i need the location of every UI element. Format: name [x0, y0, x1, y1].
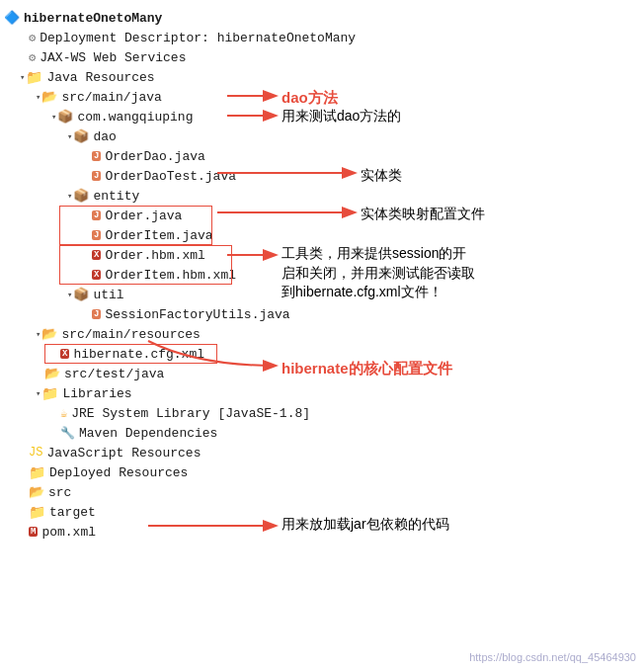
tree-item-util[interactable]: ▾📦util — [0, 285, 644, 304]
tree-item-deployment[interactable]: ⚙Deployment Descriptor: hibernateOnetoMa… — [0, 28, 644, 47]
tree-item-OrderDao[interactable]: JOrderDao.java — [0, 146, 644, 166]
tree-item-maven[interactable]: 🔧Maven Dependencies — [0, 423, 644, 443]
tree-item-src-main-java[interactable]: ▾📂src/main/java — [0, 87, 644, 107]
tree-item-SessionFactory[interactable]: JSessionFactoryUtils.java — [0, 304, 644, 324]
tree-item-deployed[interactable]: 📁Deployed Resources — [0, 462, 644, 482]
tree-item-src[interactable]: 📂src — [0, 482, 644, 502]
tree-item-jre[interactable]: ☕JRE System Library [JavaSE-1.8] — [0, 403, 644, 423]
tree-item-jaxws[interactable]: ⚙JAX-WS Web Services — [0, 47, 644, 67]
tree-item-com-wangqiuping[interactable]: ▾📦com.wangqiuping — [0, 107, 644, 126]
watermark: https://blog.csdn.net/qq_45464930 — [469, 651, 636, 663]
tree-item-OrderDaoTest[interactable]: JOrderDaoTest.java — [0, 166, 644, 186]
tree-item-dao[interactable]: ▾📦dao — [0, 126, 644, 146]
tree-item-root[interactable]: 🔷hibernateOnetoMany — [0, 8, 644, 28]
tree-item-OrderItem-hbm[interactable]: XOrderItem.hbm.xml — [0, 265, 644, 285]
tree-item-Order-hbm[interactable]: XOrder.hbm.xml — [0, 245, 644, 265]
tree-item-entity[interactable]: ▾📦entity — [0, 186, 644, 206]
tree-item-Order[interactable]: JOrder.java — [0, 206, 644, 225]
tree-item-src-test-java[interactable]: 📂src/test/java — [0, 364, 644, 383]
tree-item-OrderItem[interactable]: JOrderItem.java — [0, 225, 644, 245]
tree-item-libraries[interactable]: ▾📁Libraries — [0, 383, 644, 403]
tree-item-pom[interactable]: Mpom.xml — [0, 522, 644, 542]
tree-item-js-resources[interactable]: JSJavaScript Resources — [0, 443, 644, 462]
tree-item-hibernate-cfg[interactable]: Xhibernate.cfg.xml — [0, 344, 644, 364]
tree-item-src-main-resources[interactable]: ▾📂src/main/resources — [0, 324, 644, 344]
tree-item-java-resources[interactable]: ▾📁Java Resources — [0, 67, 644, 87]
tree-item-target[interactable]: 📁target — [0, 502, 644, 522]
